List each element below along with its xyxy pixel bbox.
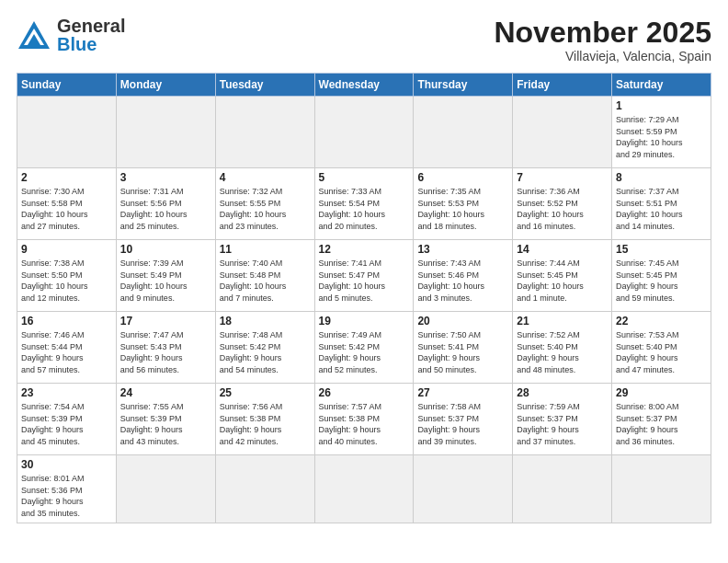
day-number: 7	[517, 171, 608, 184]
calendar-day-16: 16Sunrise: 7:46 AM Sunset: 5:44 PM Dayli…	[17, 312, 117, 384]
calendar-day-20: 20Sunrise: 7:50 AM Sunset: 5:41 PM Dayli…	[414, 312, 513, 384]
calendar-day-8: 8Sunrise: 7:37 AM Sunset: 5:51 PM Daylig…	[612, 168, 711, 240]
day-number: 15	[616, 243, 707, 256]
day-number: 10	[120, 243, 211, 256]
calendar-week-1: 2Sunrise: 7:30 AM Sunset: 5:58 PM Daylig…	[17, 168, 711, 240]
header: General Blue November 2025 Villavieja, V…	[17, 17, 711, 63]
calendar-empty-cell	[116, 97, 215, 168]
day-number: 27	[417, 386, 508, 399]
calendar: SundayMondayTuesdayWednesdayThursdayFrid…	[17, 73, 711, 523]
day-info: Sunrise: 7:41 AM Sunset: 5:47 PM Dayligh…	[319, 258, 410, 304]
day-info: Sunrise: 7:46 AM Sunset: 5:44 PM Dayligh…	[21, 329, 112, 375]
calendar-day-3: 3Sunrise: 7:31 AM Sunset: 5:56 PM Daylig…	[116, 168, 215, 240]
calendar-day-15: 15Sunrise: 7:45 AM Sunset: 5:45 PM Dayli…	[612, 240, 711, 312]
calendar-day-27: 27Sunrise: 7:58 AM Sunset: 5:37 PM Dayli…	[414, 384, 513, 455]
day-number: 16	[21, 315, 112, 327]
calendar-day-6: 6Sunrise: 7:35 AM Sunset: 5:53 PM Daylig…	[414, 168, 513, 240]
calendar-day-29: 29Sunrise: 8:00 AM Sunset: 5:37 PM Dayli…	[612, 384, 711, 455]
title-block: November 2025 Villavieja, Valencia, Spai…	[494, 17, 711, 63]
calendar-day-2: 2Sunrise: 7:30 AM Sunset: 5:58 PM Daylig…	[17, 168, 117, 240]
day-number: 26	[319, 386, 410, 399]
day-info: Sunrise: 7:37 AM Sunset: 5:51 PM Dayligh…	[616, 186, 707, 232]
day-info: Sunrise: 7:48 AM Sunset: 5:42 PM Dayligh…	[220, 329, 311, 375]
calendar-day-4: 4Sunrise: 7:32 AM Sunset: 5:55 PM Daylig…	[215, 168, 314, 240]
calendar-day-11: 11Sunrise: 7:40 AM Sunset: 5:48 PM Dayli…	[215, 240, 314, 312]
day-number: 24	[120, 386, 211, 399]
calendar-week-3: 16Sunrise: 7:46 AM Sunset: 5:44 PM Dayli…	[17, 312, 711, 384]
calendar-week-4: 23Sunrise: 7:54 AM Sunset: 5:39 PM Dayli…	[17, 384, 711, 455]
calendar-day-12: 12Sunrise: 7:41 AM Sunset: 5:47 PM Dayli…	[314, 240, 414, 312]
logo-blue-text: Blue	[57, 35, 125, 53]
calendar-empty-cell	[17, 97, 117, 168]
day-number: 17	[120, 315, 211, 327]
calendar-day-5: 5Sunrise: 7:33 AM Sunset: 5:54 PM Daylig…	[314, 168, 414, 240]
calendar-empty-cell	[414, 97, 513, 168]
day-number: 22	[616, 315, 707, 327]
day-number: 9	[21, 243, 112, 256]
day-number: 18	[220, 315, 311, 327]
day-info: Sunrise: 7:44 AM Sunset: 5:45 PM Dayligh…	[517, 258, 608, 304]
calendar-empty-cell	[314, 455, 414, 523]
calendar-day-17: 17Sunrise: 7:47 AM Sunset: 5:43 PM Dayli…	[116, 312, 215, 384]
calendar-day-24: 24Sunrise: 7:55 AM Sunset: 5:39 PM Dayli…	[116, 384, 215, 455]
day-info: Sunrise: 7:45 AM Sunset: 5:45 PM Dayligh…	[616, 258, 707, 304]
day-info: Sunrise: 7:47 AM Sunset: 5:43 PM Dayligh…	[120, 329, 211, 375]
calendar-header-row: SundayMondayTuesdayWednesdayThursdayFrid…	[17, 74, 711, 97]
logo-icon	[17, 17, 51, 52]
day-info: Sunrise: 7:33 AM Sunset: 5:54 PM Dayligh…	[319, 186, 410, 232]
day-number: 14	[517, 243, 608, 256]
day-info: Sunrise: 8:01 AM Sunset: 5:36 PM Dayligh…	[21, 473, 112, 519]
day-info: Sunrise: 7:57 AM Sunset: 5:38 PM Dayligh…	[319, 401, 410, 447]
day-header-friday: Friday	[513, 74, 612, 97]
calendar-day-14: 14Sunrise: 7:44 AM Sunset: 5:45 PM Dayli…	[513, 240, 612, 312]
day-info: Sunrise: 7:59 AM Sunset: 5:37 PM Dayligh…	[517, 401, 608, 447]
calendar-day-10: 10Sunrise: 7:39 AM Sunset: 5:49 PM Dayli…	[116, 240, 215, 312]
month-title: November 2025	[494, 17, 711, 49]
calendar-empty-cell	[513, 97, 612, 168]
calendar-empty-cell	[513, 455, 612, 523]
calendar-day-19: 19Sunrise: 7:49 AM Sunset: 5:42 PM Dayli…	[314, 312, 414, 384]
day-header-tuesday: Tuesday	[215, 74, 314, 97]
logo: General Blue	[17, 17, 125, 53]
day-info: Sunrise: 7:56 AM Sunset: 5:38 PM Dayligh…	[220, 401, 311, 447]
page: General Blue November 2025 Villavieja, V…	[0, 0, 728, 563]
calendar-empty-cell	[314, 97, 414, 168]
day-number: 1	[616, 99, 707, 112]
day-header-saturday: Saturday	[612, 74, 711, 97]
day-info: Sunrise: 7:50 AM Sunset: 5:41 PM Dayligh…	[417, 329, 508, 375]
calendar-day-18: 18Sunrise: 7:48 AM Sunset: 5:42 PM Dayli…	[215, 312, 314, 384]
calendar-day-22: 22Sunrise: 7:53 AM Sunset: 5:40 PM Dayli…	[612, 312, 711, 384]
day-number: 25	[220, 386, 311, 399]
day-number: 8	[616, 171, 707, 184]
calendar-week-5: 30Sunrise: 8:01 AM Sunset: 5:36 PM Dayli…	[17, 455, 711, 523]
day-number: 5	[319, 171, 410, 184]
day-info: Sunrise: 7:35 AM Sunset: 5:53 PM Dayligh…	[417, 186, 508, 232]
day-info: Sunrise: 7:32 AM Sunset: 5:55 PM Dayligh…	[220, 186, 311, 232]
day-info: Sunrise: 8:00 AM Sunset: 5:37 PM Dayligh…	[616, 401, 707, 447]
day-number: 29	[616, 386, 707, 399]
calendar-day-30: 30Sunrise: 8:01 AM Sunset: 5:36 PM Dayli…	[17, 455, 117, 523]
day-number: 3	[120, 171, 211, 184]
day-number: 30	[21, 458, 112, 471]
day-info: Sunrise: 7:36 AM Sunset: 5:52 PM Dayligh…	[517, 186, 608, 232]
logo-general-text: General	[57, 17, 125, 35]
day-header-thursday: Thursday	[414, 74, 513, 97]
day-info: Sunrise: 7:58 AM Sunset: 5:37 PM Dayligh…	[417, 401, 508, 447]
calendar-day-13: 13Sunrise: 7:43 AM Sunset: 5:46 PM Dayli…	[414, 240, 513, 312]
day-number: 6	[417, 171, 508, 184]
calendar-day-25: 25Sunrise: 7:56 AM Sunset: 5:38 PM Dayli…	[215, 384, 314, 455]
day-number: 2	[21, 171, 112, 184]
day-header-wednesday: Wednesday	[314, 74, 414, 97]
calendar-day-26: 26Sunrise: 7:57 AM Sunset: 5:38 PM Dayli…	[314, 384, 414, 455]
day-number: 21	[517, 315, 608, 327]
day-info: Sunrise: 7:52 AM Sunset: 5:40 PM Dayligh…	[517, 329, 608, 375]
day-number: 13	[417, 243, 508, 256]
location: Villavieja, Valencia, Spain	[494, 49, 711, 63]
day-info: Sunrise: 7:43 AM Sunset: 5:46 PM Dayligh…	[417, 258, 508, 304]
day-info: Sunrise: 7:30 AM Sunset: 5:58 PM Dayligh…	[21, 186, 112, 232]
calendar-empty-cell	[612, 455, 711, 523]
day-number: 4	[220, 171, 311, 184]
calendar-week-0: 1Sunrise: 7:29 AM Sunset: 5:59 PM Daylig…	[17, 97, 711, 168]
day-number: 19	[319, 315, 410, 327]
day-number: 23	[21, 386, 112, 399]
